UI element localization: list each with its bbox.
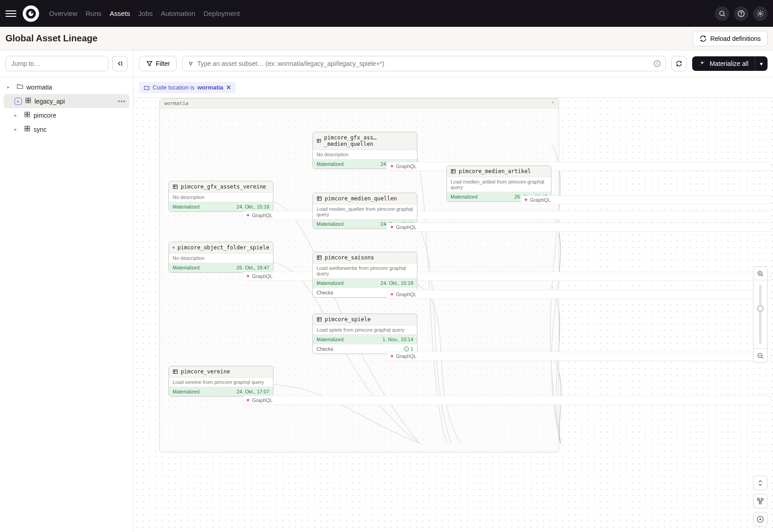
info-icon[interactable] [654, 60, 661, 67]
nav-assets[interactable]: Assets [110, 10, 130, 17]
nav-links: Overview Runs Assets Jobs Automation Dep… [49, 10, 240, 17]
filter-button[interactable]: Filter [139, 56, 177, 71]
table-icon [317, 255, 322, 260]
help-button[interactable] [734, 6, 748, 21]
asset-date: 1. Nov., 10:14 [382, 337, 413, 342]
svg-rect-17 [25, 126, 27, 129]
group-header[interactable]: wormatia ⌃ [160, 99, 559, 109]
reload-definitions-button[interactable]: Reload definitions [693, 31, 768, 46]
svg-point-53 [404, 347, 409, 351]
svg-rect-50 [317, 318, 322, 321]
tree-item-sync[interactable]: ▸ sync [4, 122, 129, 136]
asset-node[interactable]: pimcore_object_folder_spiele No descript… [168, 242, 273, 273]
nav-deployment[interactable]: Deployment [203, 10, 240, 17]
asset-node[interactable]: pimcore_gfx_assets_vereine No descriptio… [168, 181, 273, 212]
graphql-icon: ✦ [390, 224, 394, 230]
svg-rect-31 [173, 185, 178, 189]
subset-input[interactable] [197, 60, 650, 67]
materialize-dropdown[interactable]: ▾ [755, 56, 768, 71]
asset-desc: Load wettbewerbe from pimcore graphql qu… [313, 264, 417, 278]
svg-point-7 [759, 13, 761, 15]
svg-line-25 [191, 62, 192, 65]
svg-point-2 [31, 11, 33, 13]
svg-rect-64 [758, 498, 759, 500]
asset-node[interactable]: pimcore_spiele Load spiele from pimcore … [312, 313, 417, 354]
asset-status: Materialized [173, 389, 199, 394]
table-icon [451, 169, 456, 174]
download-icon [757, 516, 764, 523]
code-location-chip[interactable]: Code location is wormatia ✕ [139, 82, 236, 93]
filter-label: Filter [156, 60, 170, 67]
zoom-slider[interactable] [759, 285, 762, 344]
chip-value: wormatia [198, 84, 223, 91]
asset-title: pimcore_gfx_assets_vereine [181, 184, 266, 190]
svg-point-30 [700, 65, 700, 65]
svg-rect-12 [29, 101, 31, 103]
layout-icon [757, 497, 764, 505]
search-button[interactable] [715, 6, 729, 21]
asset-status: Materialized [451, 194, 477, 199]
group-collapse-icon[interactable]: ⌃ [551, 101, 554, 106]
check-icon [404, 346, 409, 352]
svg-rect-66 [759, 502, 761, 504]
graphql-tag[interactable]: ✦GraphQL [386, 162, 771, 171]
collapse-all-button[interactable] [753, 476, 768, 490]
zoom-out-icon [757, 352, 764, 359]
collapse-sidebar-button[interactable] [112, 56, 128, 71]
asset-group-icon [24, 125, 31, 132]
chip-remove[interactable]: ✕ [226, 84, 231, 91]
asset-desc: Load medien_quellen from pimcore graphql… [313, 204, 417, 219]
tree-item-pimcore[interactable]: ▸ pimcore [4, 108, 129, 122]
graphql-tag[interactable]: ✦GraphQL [243, 396, 771, 405]
graphql-tag[interactable]: ✦GraphQL [386, 290, 771, 299]
subset-icon [187, 60, 194, 67]
filter-chips: Code location is wormatia ✕ [134, 77, 773, 98]
refresh-icon [675, 60, 683, 67]
asset-node[interactable]: pimcore_vereine Load vereine from pimcor… [168, 366, 273, 397]
graphql-tag[interactable]: ✦GraphQL [520, 195, 771, 204]
reload-label: Reload definitions [710, 35, 761, 42]
tree-root-wormatia[interactable]: ▸ wormatia [4, 80, 129, 94]
checks-label: Checks [317, 346, 333, 352]
graphql-tag[interactable]: ✦GraphQL [386, 223, 771, 232]
settings-button[interactable] [753, 6, 768, 21]
svg-rect-34 [173, 247, 175, 248]
nav-overview[interactable]: Overview [49, 10, 78, 17]
svg-rect-9 [26, 98, 28, 100]
logo[interactable] [23, 5, 39, 22]
subset-input-wrap[interactable] [182, 56, 666, 71]
download-button[interactable] [753, 512, 768, 527]
asset-title: pimcore_spiele [325, 316, 371, 323]
asset-status: Materialized [173, 265, 199, 270]
svg-rect-54 [451, 169, 456, 173]
layout-button[interactable] [753, 494, 768, 508]
nav-runs[interactable]: Runs [86, 10, 102, 17]
zoom-in-button[interactable] [753, 267, 767, 280]
tree-label: sync [34, 126, 47, 133]
filter-icon [146, 60, 153, 67]
table-icon [173, 245, 175, 250]
lineage-canvas[interactable]: wormatia ⌃ pimcore_gfx_assets_vereine No… [134, 98, 773, 532]
tree-item-legacy-api[interactable]: ▸ legacy_api ••• [4, 94, 129, 108]
graphql-icon: ✦ [524, 197, 528, 203]
svg-rect-14 [28, 112, 30, 114]
asset-status: Materialized [317, 280, 343, 286]
graphql-tag[interactable]: ✦GraphQL [386, 352, 771, 361]
nav-automation[interactable]: Automation [161, 10, 195, 17]
menu-toggle[interactable] [5, 8, 16, 19]
asset-desc: No description [169, 193, 273, 202]
refresh-button[interactable] [671, 56, 687, 71]
zoom-control [753, 266, 768, 363]
tree-item-menu[interactable]: ••• [118, 98, 126, 105]
nav-jobs[interactable]: Jobs [139, 10, 153, 17]
zoom-thumb[interactable] [757, 305, 763, 312]
canvas-float-buttons [753, 476, 768, 527]
reload-icon [699, 35, 707, 42]
table-icon [317, 138, 322, 144]
jump-to-input[interactable] [5, 56, 109, 71]
zoom-out-button[interactable] [753, 349, 767, 363]
page-title: Global Asset Lineage [5, 33, 98, 44]
materialize-all-button[interactable]: Materialize all [692, 56, 755, 71]
svg-rect-11 [26, 101, 28, 103]
svg-rect-18 [28, 126, 30, 129]
